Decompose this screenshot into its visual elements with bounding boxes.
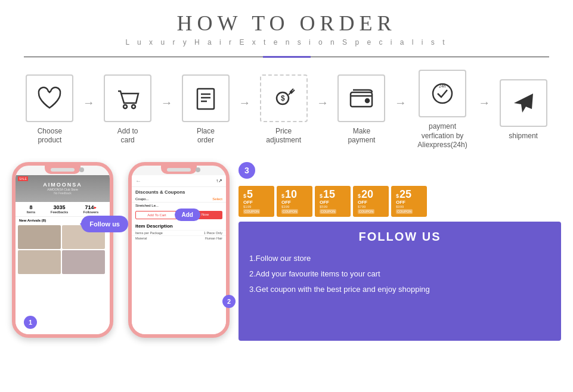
step-icon-heart <box>26 74 73 122</box>
coupons-row: $ 5 OFF $199 COUPON $ 10 OFF $399 COUPON… <box>239 186 561 217</box>
page-title: HOW TO ORDER <box>0 11 573 36</box>
svg-rect-2 <box>197 89 214 109</box>
phone2-desc-title: Item Description <box>132 222 226 230</box>
steps-section: Chooseproduct → Add tocard → Placeorder … <box>0 58 573 156</box>
svg-point-0 <box>123 105 127 108</box>
arrow-1: → <box>83 96 95 124</box>
phone2-wrap: ← ↑↗ Discounts & Coupons Coupo... Select… <box>128 162 233 341</box>
arrow-4: → <box>317 96 329 124</box>
arrow-3: → <box>239 96 250 124</box>
step-icon-wallet <box>337 74 385 122</box>
step-place-order: Placeorder <box>174 74 238 145</box>
phone2-nav: ← ↑↗ <box>132 175 226 187</box>
phone2-desc-row-1: Items per Package1 Piece Only <box>132 230 226 235</box>
step-icon-verify: 24h <box>419 70 466 117</box>
step-payment-verification: 24h paymentverfication byAliexpress(24h) <box>408 70 477 150</box>
step-label-payment-verification: paymentverfication byAliexpress(24h) <box>417 122 467 150</box>
phone1-sale: SALE <box>18 176 28 181</box>
step-icon-cart <box>104 74 151 122</box>
step-icon-price: $ <box>260 74 308 122</box>
svg-point-1 <box>132 105 135 108</box>
phone2-section-title: Discounts & Coupons <box>132 187 226 196</box>
right-panel: 3 $ 5 OFF $199 COUPON $ 10 OFF $399 COUP… <box>239 162 561 341</box>
phone2-stretched: Stretched Le... <box>132 203 226 209</box>
arrow-2: → <box>161 96 173 124</box>
coupon-10: $ 10 OFF $399 COUPON <box>277 186 312 217</box>
follow-panel: FOLLOW US 1.Follow our store 2.Add your … <box>239 222 561 341</box>
svg-text:24h: 24h <box>439 84 446 88</box>
badge-phone2: 2 <box>222 295 236 308</box>
phone2: ← ↑↗ Discounts & Coupons Coupo... Select… <box>128 162 230 338</box>
follow-panel-list: 1.Follow our store 2.Add your favourite … <box>249 251 550 297</box>
step-shipment: shipment <box>491 79 555 141</box>
step-add-to-card: Add tocard <box>96 74 160 145</box>
phone1-screen: SALE AIMOONSA AIMOONSA Club Store No Fee… <box>16 175 110 334</box>
phone1: SALE AIMOONSA AIMOONSA Club Store No Fee… <box>12 162 113 338</box>
step-icon-plane <box>500 79 547 127</box>
step-label-place-order: Placeorder <box>197 127 215 145</box>
step-label-add-to-card: Add tocard <box>117 127 138 145</box>
step-make-payment: Makepayment <box>330 74 394 145</box>
step-price-adjustment: $ Priceadjustment <box>252 74 315 145</box>
svg-point-12 <box>366 99 369 102</box>
step-icon-order <box>182 74 230 122</box>
coupon-5: $ 5 OFF $199 COUPON <box>239 186 274 217</box>
step-label-price-adjustment: Priceadjustment <box>266 127 301 145</box>
add-bubble: Add <box>175 209 200 221</box>
step-label-choose-product: Chooseproduct <box>38 127 62 145</box>
phone1-wrap: SALE AIMOONSA AIMOONSA Club Store No Fee… <box>12 162 116 341</box>
svg-text:$: $ <box>281 94 285 102</box>
step-choose-product: Chooseproduct <box>18 74 82 145</box>
follow-item-3: 3.Get coupon with the best price and enj… <box>249 282 550 297</box>
follow-item-1: 1.Follow our store <box>249 251 550 266</box>
follow-panel-title: FOLLOW US <box>249 230 550 244</box>
arrow-5: → <box>395 96 407 124</box>
add-to-cart-btn[interactable]: Add To Cart <box>135 211 178 219</box>
phone2-desc-row-2: MaterialHuman Hair <box>132 235 226 241</box>
coupon-15: $ 15 OFF $599 COUPON <box>315 186 351 217</box>
badge-phone1: 1 <box>24 316 37 329</box>
badge-step3: 3 <box>239 162 255 179</box>
coupon-25: $ 25 OFF $999 COUPON <box>391 186 427 217</box>
step-label-shipment: shipment <box>509 132 538 141</box>
follow-us-bubble: Follow us <box>81 216 128 232</box>
phone2-screen: ← ↑↗ Discounts & Coupons Coupo... Select… <box>132 175 226 334</box>
header: HOW TO ORDER L u x u r y H a i r E x t e… <box>0 0 573 58</box>
page-subtitle: L u x u r y H a i r E x t e n s i o n S … <box>0 38 573 46</box>
arrow-6: → <box>478 96 490 124</box>
step-label-make-payment: Makepayment <box>348 127 375 145</box>
bottom-section: SALE AIMOONSA AIMOONSA Club Store No Fee… <box>0 156 573 341</box>
follow-item-2: 2.Add your favourite items to your cart <box>249 266 550 282</box>
coupon-20: $ 20 OFF $799 COUPON <box>353 186 389 217</box>
phone2-coupon-row: Coupo... Select <box>132 196 226 203</box>
